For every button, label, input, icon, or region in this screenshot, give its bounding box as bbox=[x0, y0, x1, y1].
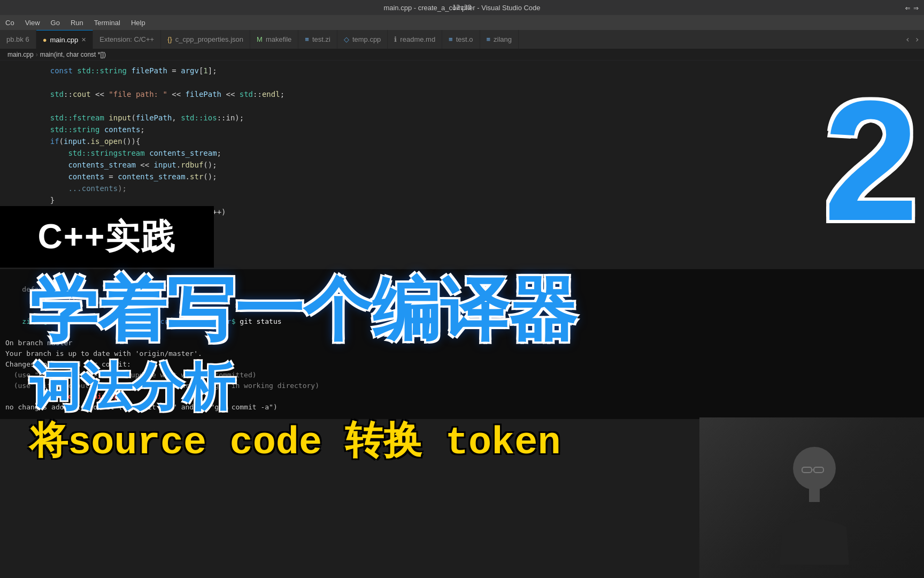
code-text-10: contents = contents_stream.str(); bbox=[32, 171, 217, 182]
tab-pb6-label: pb.bk 6 bbox=[6, 35, 29, 43]
titlebar: 12:33 main.cpp - create_a_compiler - Vis… bbox=[0, 0, 924, 15]
tab-cpp-props-label: c_cpp_properties.json bbox=[175, 35, 243, 43]
code-line-1: const std::string filePath = argv[1]; bbox=[0, 65, 924, 77]
menu-view[interactable]: View bbox=[25, 19, 40, 27]
code-text-8: std::stringstream contents_stream; bbox=[32, 147, 221, 159]
breadcrumb-scope: main(int, char const *[]) bbox=[40, 51, 106, 58]
tab-ext-cpp-label: Extension: C/C++ bbox=[99, 35, 154, 43]
tab-cpp-props[interactable]: {} c_cpp_properties.json bbox=[161, 30, 250, 49]
code-line-8: std::stringstream contents_stream; bbox=[0, 147, 924, 159]
tab-testo-label: test.o bbox=[456, 35, 473, 43]
cpp-overlay-box: C++实践 bbox=[0, 206, 214, 268]
tab-cpp-props-icon: {} bbox=[167, 35, 172, 43]
big-number-overlay: 2 bbox=[823, 75, 919, 246]
menubar: Co View Go Run Terminal Help bbox=[0, 15, 924, 30]
code-line-6: std::string contents; bbox=[0, 124, 924, 135]
tab-main-cpp-label: main.cpp bbox=[50, 36, 79, 44]
menu-code[interactable]: Co bbox=[5, 19, 14, 27]
tab-ext-cpp[interactable]: Extension: C/C++ bbox=[93, 30, 161, 49]
menu-terminal[interactable]: Terminal bbox=[94, 19, 120, 27]
tab-tempcpp-icon: ◇ bbox=[344, 35, 349, 43]
tab-main-cpp[interactable]: ● main.cpp ✕ bbox=[36, 30, 94, 49]
tab-pb6[interactable]: pb.bk 6 bbox=[0, 30, 36, 49]
tab-zilang-icon: ≡ bbox=[487, 35, 491, 43]
tabbar: pb.bk 6 ● main.cpp ✕ Extension: C/C++ {}… bbox=[0, 30, 924, 49]
tab-zilang-label: zilang bbox=[494, 35, 512, 43]
tab-makefile-icon: M bbox=[257, 35, 263, 43]
code-text-p1: ...contents); bbox=[32, 182, 127, 194]
bottom-text-overlay: 将source code 转换 token bbox=[29, 415, 561, 466]
menu-go[interactable]: Go bbox=[51, 19, 60, 27]
webcam-overlay bbox=[699, 417, 924, 578]
tab-scroll-left[interactable]: ‹ bbox=[905, 34, 911, 44]
code-line-7: if(input.is_open()){ bbox=[0, 135, 924, 147]
titlebar-time: 12:33 bbox=[452, 4, 472, 11]
code-text-7: if(input.is_open()){ bbox=[32, 135, 140, 147]
tab-zilang[interactable]: ≡ zilang bbox=[480, 30, 519, 49]
main-title-overlay: 学着写一个编译器 bbox=[29, 276, 577, 344]
tab-testzi-icon: ≡ bbox=[305, 35, 309, 43]
code-text-9: contents_stream << input.rdbuf(); bbox=[32, 159, 217, 171]
tab-readme-label: readme.md bbox=[400, 35, 435, 43]
tab-makefile-label: makefile bbox=[266, 35, 291, 43]
tab-main-cpp-close[interactable]: ✕ bbox=[81, 36, 86, 43]
breadcrumb-file: main.cpp bbox=[7, 51, 34, 58]
code-text-6: std::string contents; bbox=[32, 124, 145, 135]
menu-help[interactable]: Help bbox=[131, 19, 145, 27]
code-text-1: const std::string filePath = argv[1]; bbox=[32, 65, 217, 77]
tab-makefile[interactable]: M makefile bbox=[250, 30, 298, 49]
tab-testzi[interactable]: ≡ test.zi bbox=[298, 30, 337, 49]
tab-tempcpp[interactable]: ◇ temp.cpp bbox=[337, 30, 388, 49]
tab-overflow[interactable]: ‹ › bbox=[901, 30, 924, 49]
breadcrumb-sep1: › bbox=[36, 51, 38, 58]
tab-testzi-label: test.zi bbox=[312, 35, 330, 43]
subtitle-overlay: 词法分析 bbox=[29, 353, 235, 423]
code-text-5: std::fstream input(filePath, std::ios::i… bbox=[32, 112, 244, 124]
code-line-5: std::fstream input(filePath, std::ios::i… bbox=[0, 112, 924, 124]
svg-rect-4 bbox=[809, 489, 820, 502]
code-line-p2: } bbox=[0, 194, 924, 206]
tab-scroll-right[interactable]: › bbox=[914, 34, 920, 44]
cpp-overlay-text: C++实践 bbox=[38, 214, 176, 260]
tab-main-cpp-icon: ● bbox=[43, 36, 47, 44]
menu-run[interactable]: Run bbox=[71, 19, 83, 27]
tab-readme-icon: ℹ bbox=[394, 35, 397, 43]
tab-tempcpp-label: temp.cpp bbox=[352, 35, 381, 43]
code-line-3: std::cout << "file path: " << filePath <… bbox=[0, 88, 924, 100]
titlebar-controls: ⇐ ⇒ bbox=[905, 3, 919, 13]
tab-testo-icon: ≡ bbox=[449, 35, 453, 43]
code-line-4 bbox=[0, 100, 924, 112]
breadcrumb: main.cpp › main(int, char const *[]) bbox=[0, 49, 924, 60]
code-line-p1: ...contents); bbox=[0, 182, 924, 194]
code-line-9: contents_stream << input.rdbuf(); bbox=[0, 159, 924, 171]
code-text-3: std::cout << "file path: " << filePath <… bbox=[32, 88, 284, 100]
code-line-2 bbox=[0, 77, 924, 88]
tab-readme[interactable]: ℹ readme.md bbox=[388, 30, 442, 49]
code-line-10: contents = contents_stream.str(); bbox=[0, 171, 924, 182]
webcam-placeholder bbox=[699, 417, 924, 578]
person-silhouette bbox=[758, 431, 865, 565]
tab-testo[interactable]: ≡ test.o bbox=[442, 30, 480, 49]
code-text-p2: } bbox=[32, 194, 55, 206]
